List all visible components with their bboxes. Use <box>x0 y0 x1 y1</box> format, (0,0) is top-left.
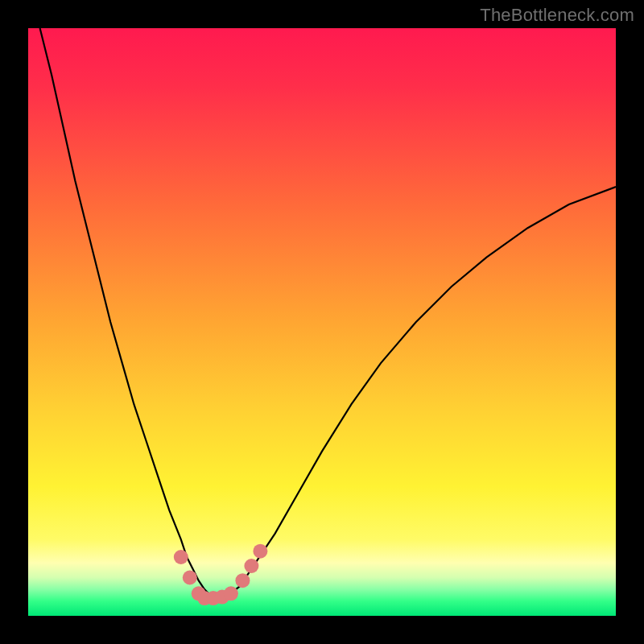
highlight-dot <box>253 544 267 559</box>
plot-background-gradient <box>28 28 616 616</box>
highlight-dot <box>183 571 197 585</box>
highlight-dot <box>174 550 188 564</box>
watermark-text: TheBottleneck.com <box>480 5 634 26</box>
highlight-dot <box>244 559 258 573</box>
highlight-dot <box>224 586 238 601</box>
chart-frame <box>0 0 644 644</box>
highlight-dot <box>235 573 250 588</box>
bottleneck-chart <box>0 0 644 644</box>
